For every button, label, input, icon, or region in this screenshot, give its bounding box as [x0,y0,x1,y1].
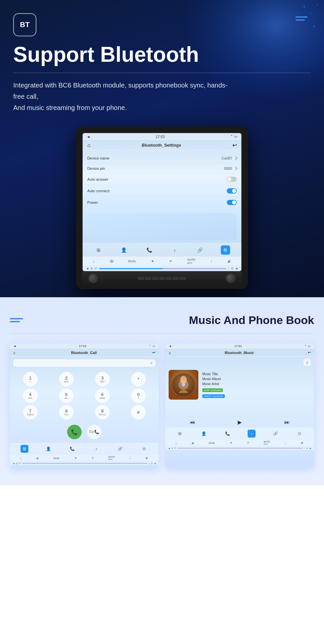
nav-music-icon[interactable]: ♪ [170,245,179,255]
home-icon[interactable]: ⌂ [87,142,91,148]
music-nav-target[interactable]: ⊙ [296,430,304,438]
music-time: 17:53 [234,344,242,348]
music-nav-grid[interactable]: ⊞ [176,430,184,438]
ctrl-home[interactable]: ⌂ [93,260,95,263]
phone-clear-icon[interactable]: ✕ [150,361,153,365]
music-nav-user[interactable]: 👤 [200,430,208,438]
m-ctrl-vol[interactable]: 🔊 [301,442,304,444]
car-btn-5[interactable] [166,277,172,280]
bluetooth-logo: BT [13,13,36,36]
p-vol-slider[interactable] [22,463,147,464]
nav-settings-icon[interactable]: ⚙ [221,245,230,255]
p-ctrl-vol[interactable]: 🔊 [145,457,148,459]
car-btn-4[interactable] [159,277,165,280]
music-prev-button[interactable]: ⏮ [190,419,195,425]
dial-key-hash[interactable]: # [131,405,146,419]
phone-bottom-nav: ⊞ 👤 📞 ♪ 🔗 ⊙ [10,443,159,455]
car-knob-left[interactable] [89,274,98,283]
m-ctrl-home[interactable]: ⌂ [176,442,177,444]
phone-nav-link[interactable]: 🔗 [116,445,124,453]
back-icon[interactable]: ↩ [232,142,237,148]
dial-key-star[interactable]: * [131,372,146,386]
p-vol-back[interactable]: ◄ [13,462,15,465]
ctrl-auto[interactable]: AUTO34°C [187,258,195,265]
phone-input-bar: ✕ [13,359,155,367]
phone-back-arrow[interactable]: ◄ [13,344,16,348]
m-vol-slider[interactable] [178,448,303,448]
nav-grid-icon[interactable]: ⊞ [94,245,103,255]
phone-back-icon[interactable]: ↩ [152,350,155,355]
dial-key-7[interactable]: 7PQRS [23,405,38,419]
nav-user-icon[interactable]: 👤 [119,245,129,255]
device-pin-row[interactable]: Device pin 0000 [87,163,237,174]
auto-connect-toggle[interactable] [227,188,237,194]
m-vol-mute[interactable]: ◄ [309,447,311,449]
phone-vol-bar: ◄ 0 ↵ ↑ 0 ◄ [10,461,159,465]
car-btn-7[interactable] [180,277,186,280]
car-knob-right[interactable] [226,274,235,283]
nav-link-icon[interactable]: 🔗 [195,245,205,255]
phone-nav-user[interactable]: 👤 [44,445,52,453]
dial-key-2[interactable]: 2ABC [59,372,74,386]
m-ctrl-air[interactable]: ↺ [247,442,249,444]
music-nav-link[interactable]: 🔗 [271,430,279,438]
music-play-button[interactable]: ▶ [238,419,242,425]
ctrl-vent[interactable]: ↕ [211,260,212,263]
phone-nav-grid[interactable]: ⊞ [20,445,28,453]
p-ctrl-power[interactable]: ⏻ [36,457,39,459]
p-ctrl-vent[interactable]: ↕ [130,457,131,459]
car-btn-1[interactable] [138,277,144,280]
phone-nav-target[interactable]: ⊙ [140,445,148,453]
dial-key-5[interactable]: 5JKL [59,388,74,403]
m-ctrl-vent[interactable]: ↕ [285,442,286,444]
dial-key-3[interactable]: 3DEF [95,372,110,386]
music-nav-music[interactable]: ♪ [248,430,256,438]
phone-nav-music[interactable]: ♪ [92,445,100,453]
p-vol-temp: ↑ [149,462,150,465]
nav-phone-icon[interactable]: 📞 [145,245,154,255]
back-arrow-icon[interactable]: ◄ [87,135,90,139]
menu-button[interactable] [296,17,307,20]
call-button[interactable]: 📞 [67,425,82,439]
dial-key-9[interactable]: 9WXYZ [95,405,110,419]
device-name-row[interactable]: Device name CarBT [87,153,237,163]
phone-home-icon[interactable]: ⌂ [13,351,16,355]
ctrl-fan[interactable]: ❄ [151,260,154,263]
vol-temp-icon: ↑ [228,267,230,270]
car-btn-3[interactable] [152,277,158,280]
vol-slider[interactable] [99,268,226,269]
ctrl-vol-max[interactable]: 🔊 [227,260,231,263]
redial-button[interactable]: Re📞 [87,425,101,439]
dial-key-0[interactable]: 0+ [131,388,146,403]
dial-key-6[interactable]: 6MNO [95,388,110,403]
music-back-icon[interactable]: ↩ [308,350,311,355]
music-next-button[interactable]: ⏭ [284,419,290,425]
dial-key-4[interactable]: 4GHI [23,388,38,403]
phone-nav-phone[interactable]: 📞 [68,445,76,453]
music-nav-phone[interactable]: 📞 [224,430,232,438]
dial-key-1[interactable]: 1— [23,372,38,386]
ctrl-power[interactable]: ⏻ [110,260,113,263]
m-ctrl-fan[interactable]: ❄ [230,442,232,444]
p-ctrl-air[interactable]: ↺ [92,457,94,459]
auto-answer-toggle[interactable] [227,177,237,182]
m-vol-back[interactable]: ◄ [168,447,170,449]
m-ctrl-power[interactable]: ⏻ [192,442,194,444]
vol-turn: ↵ [95,267,97,270]
dial-key-8[interactable]: 8TUV [59,405,74,419]
music-back-arrow[interactable]: ◄ [169,344,172,348]
p-ctrl-home[interactable]: ⌂ [20,457,21,459]
car-btn-6[interactable] [173,277,179,280]
music-screen-wrap: ◄ 17:53 ⌃ ▭ ⌂ Bluetooth_Music ↩ ♪ [165,343,314,469]
ctrl-recycle[interactable]: ↺ [169,260,172,263]
car-unit-section: ◄ 17:53 ⌃ ▭ ⌂ Bluetooth_Settings ↩ Devic… [13,126,311,289]
power-toggle[interactable] [227,200,237,205]
music-home-icon[interactable]: ⌂ [169,351,171,355]
p-ctrl-fan[interactable]: ❄ [75,457,77,459]
car-btn-2[interactable] [145,277,151,280]
p-vol-mute[interactable]: ◄ [154,462,156,465]
vol-mute[interactable]: ◄ [235,267,238,270]
svg-point-4 [310,13,311,14]
screen-volume-bar: ◄ 0 ↵ ↑ 0 ◄ [83,266,241,271]
vol-back[interactable]: ◄ [86,267,89,270]
